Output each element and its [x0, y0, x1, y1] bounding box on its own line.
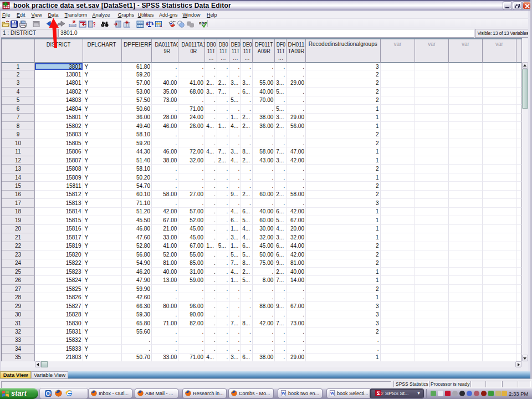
svg-text:?: ?	[93, 22, 95, 28]
svg-text:W: W	[330, 391, 335, 396]
svg-text:W: W	[282, 391, 286, 396]
